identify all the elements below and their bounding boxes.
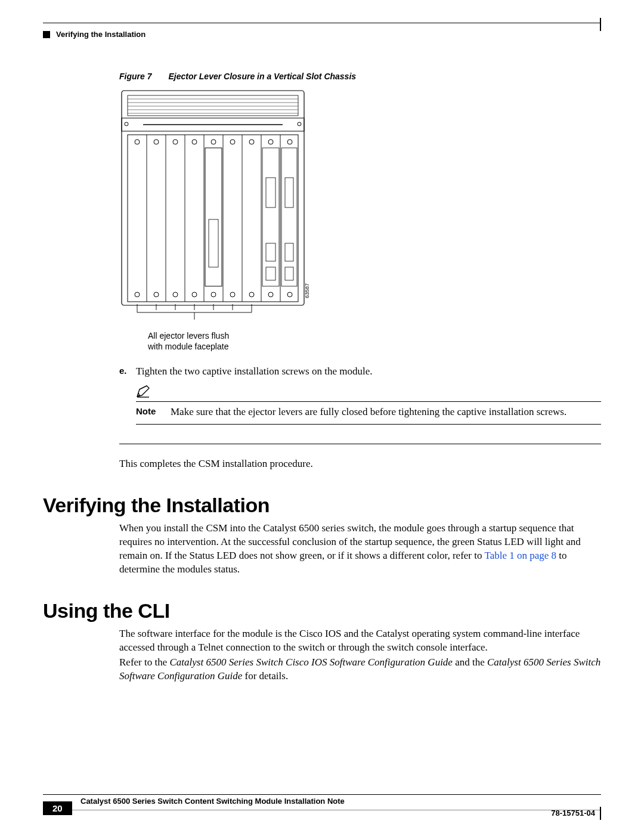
svg-point-32	[211, 292, 216, 297]
running-header-text: Verifying the Installation	[56, 30, 145, 39]
svg-rect-1	[128, 95, 298, 116]
verifying-paragraph: When you install the CSM into the Cataly…	[119, 522, 601, 577]
svg-rect-38	[209, 219, 218, 267]
svg-point-30	[173, 292, 178, 297]
page-number-badge: 20	[43, 801, 72, 815]
svg-rect-44	[285, 178, 293, 208]
svg-rect-46	[285, 267, 293, 280]
note-block: Note Make sure that the ejector levers a…	[136, 385, 601, 425]
svg-point-19	[135, 140, 140, 144]
svg-point-25	[249, 140, 254, 144]
cli-paragraph-2: Refer to the Catalyst 6500 Series Switch…	[119, 656, 601, 683]
figure-number: Figure 7	[119, 72, 151, 81]
svg-rect-43	[281, 148, 297, 286]
footer-thin-rule	[70, 810, 601, 810]
svg-rect-45	[285, 243, 293, 261]
cli-p2-mid: and the	[453, 657, 487, 668]
cli-p2-doc1: Catalyst 6500 Series Switch Cisco IOS So…	[170, 657, 453, 668]
svg-rect-41	[266, 243, 275, 261]
heading-cli: Using the CLI	[43, 599, 601, 623]
svg-point-9	[298, 122, 301, 126]
svg-point-29	[154, 292, 159, 297]
figure-illustration: 63587 All ejector levers flush with modu…	[119, 88, 316, 352]
svg-point-35	[268, 292, 273, 297]
svg-point-33	[230, 292, 235, 297]
footer-doc-id: 78-15751-04	[551, 809, 595, 817]
svg-rect-42	[266, 267, 275, 280]
completion-paragraph: This completes the CSM installation proc…	[119, 457, 601, 471]
note-label: Note	[136, 405, 171, 419]
running-header: Verifying the Installation	[43, 30, 145, 39]
svg-point-31	[192, 292, 197, 297]
cli-p2-tail: for details.	[242, 670, 288, 682]
note-rule-bottom	[136, 424, 601, 425]
note-rule-top	[136, 401, 601, 402]
page: Verifying the Installation Figure 7Eject…	[0, 0, 644, 833]
note-text: Make sure that the ejector levers are fu…	[171, 405, 601, 419]
figure-title: Ejector Lever Closure in a Vertical Slot…	[168, 72, 356, 81]
section-divider	[119, 444, 601, 444]
pencil-icon	[136, 385, 601, 400]
figure-callout: All ejector levers flush with module fac…	[148, 330, 316, 352]
chassis-svg: 63587	[119, 88, 316, 327]
heading-verifying: Verifying the Installation	[43, 494, 601, 517]
bottom-crop-mark	[600, 807, 601, 820]
svg-point-23	[211, 140, 216, 144]
svg-rect-37	[205, 148, 222, 286]
footer-rule	[43, 794, 601, 795]
svg-rect-39	[262, 148, 279, 286]
svg-point-27	[287, 140, 292, 144]
svg-point-21	[173, 140, 178, 144]
svg-point-20	[154, 140, 159, 144]
content-area: Figure 7Ejector Lever Closure in a Verti…	[43, 72, 601, 683]
svg-point-22	[192, 140, 197, 144]
figure-caption: Figure 7Ejector Lever Closure in a Verti…	[119, 72, 601, 81]
svg-rect-10	[128, 135, 298, 302]
figure-art-id: 63587	[304, 283, 310, 298]
page-number: 20	[43, 801, 72, 815]
install-step-e: e. Tighten the two captive installation …	[119, 365, 601, 379]
svg-rect-0	[122, 91, 304, 305]
figure-callout-line1: All ejector levers flush	[148, 331, 229, 340]
svg-point-34	[249, 292, 254, 297]
table-1-xref[interactable]: Table 1 on page 8	[484, 550, 556, 561]
header-bullet-icon	[43, 31, 50, 38]
step-letter: e.	[119, 365, 136, 379]
cli-paragraph-1: The software interface for the module is…	[119, 627, 601, 655]
footer-doc-title: Catalyst 6500 Series Switch Content Swit…	[80, 797, 345, 806]
top-rule	[43, 23, 601, 23]
top-crop-mark	[600, 18, 601, 31]
svg-point-28	[135, 292, 140, 297]
figure-callout-line2: with module faceplate	[148, 342, 228, 351]
svg-point-8	[125, 122, 128, 126]
svg-point-36	[287, 292, 292, 297]
svg-point-24	[230, 140, 235, 144]
cli-p2-lead: Refer to the	[119, 657, 170, 668]
step-text: Tighten the two captive installation scr…	[136, 365, 601, 379]
svg-rect-40	[266, 178, 275, 208]
svg-point-26	[268, 140, 273, 144]
